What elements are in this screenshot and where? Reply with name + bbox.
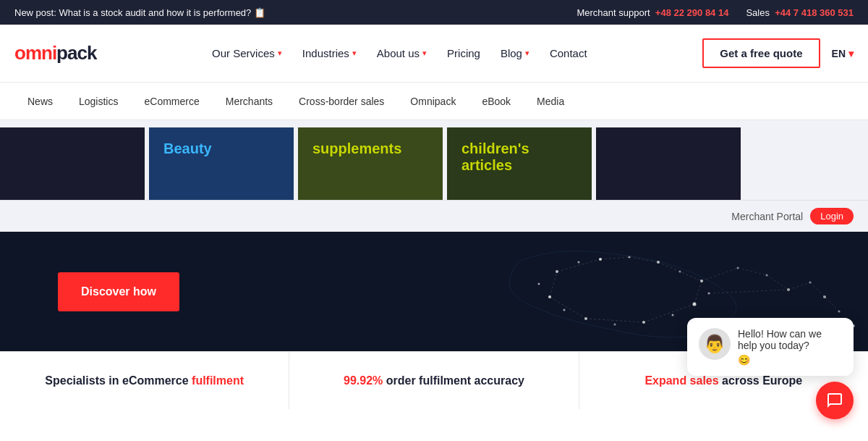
logo-omni: omni — [14, 42, 56, 64]
svg-line-36 — [702, 268, 738, 281]
nav-item-our-services[interactable]: Our Services ▾ — [212, 47, 282, 59]
stat-fulfilment: Specialists in eCommerce fulfilment — [0, 352, 289, 409]
nav-links: Our Services ▾ Industries ▾ About us ▾ P… — [212, 47, 587, 59]
merchant-support-label: Merchant support +48 22 290 84 14 — [576, 7, 728, 18]
svg-line-19 — [694, 281, 702, 304]
nav-right: Get a free quote EN ▾ — [702, 38, 854, 68]
main-nav: omnipack Our Services ▾ Industries ▾ Abo… — [0, 25, 868, 83]
category-card-0[interactable] — [0, 127, 145, 200]
nav-item-blog[interactable]: Blog ▾ — [501, 47, 529, 59]
merchant-portal-label: Merchant Portal — [731, 211, 803, 222]
svg-line-34 — [788, 282, 810, 290]
merchant-login-button[interactable]: Login — [810, 208, 854, 224]
svg-line-32 — [738, 268, 767, 275]
svg-point-11 — [614, 324, 616, 326]
merchant-phone[interactable]: +48 22 290 84 14 — [655, 7, 729, 18]
nav-item-contact[interactable]: Contact — [550, 47, 587, 59]
chat-avatar: 👨 — [699, 328, 731, 360]
logo[interactable]: omnipack — [14, 42, 96, 64]
dropdown-caret-icon: ▾ — [278, 49, 282, 58]
subnav-news[interactable]: News — [14, 83, 66, 120]
svg-line-23 — [550, 272, 557, 297]
lang-caret-icon: ▾ — [848, 48, 854, 59]
discover-how-button[interactable]: Discover how — [58, 272, 179, 311]
subnav-ecommerce[interactable]: eCommerce — [131, 83, 212, 120]
top-bar: New post: What is a stock audit and how … — [0, 0, 868, 25]
sales-phone[interactable]: +44 7 418 360 531 — [775, 7, 854, 18]
subnav-omnipack[interactable]: Omnipack — [397, 83, 469, 120]
chat-emoji: 😊 — [738, 354, 842, 366]
chat-icon — [826, 392, 843, 409]
nav-item-pricing[interactable]: Pricing — [447, 47, 480, 59]
chat-open-button[interactable] — [816, 382, 854, 409]
stat-accuracy: 99.92% order fulfilment accuracy — [289, 352, 579, 409]
subnav-cross-border-sales[interactable]: Cross-border sales — [286, 83, 397, 120]
chat-widget: 👨 Hello! How can we help you today? 😊 — [687, 318, 854, 409]
svg-point-13 — [563, 309, 566, 311]
nav-item-about-us[interactable]: About us ▾ — [377, 47, 427, 59]
chat-bubble: 👨 Hello! How can we help you today? 😊 — [687, 318, 854, 376]
dropdown-caret-icon: ▾ — [525, 49, 529, 58]
subnav-logistics[interactable]: Logistics — [66, 83, 131, 120]
svg-line-21 — [586, 319, 644, 322]
merchant-portal-bar: Merchant Portal Login — [0, 200, 868, 232]
sales-label: Sales +44 7 418 360 531 — [746, 7, 854, 18]
subnav-merchants[interactable]: Merchants — [213, 83, 286, 120]
dropdown-caret-icon: ▾ — [352, 49, 357, 58]
svg-point-15 — [538, 283, 540, 285]
get-quote-button[interactable]: Get a free quote — [702, 38, 820, 68]
category-cards: Beauty supplements children's articles — [0, 120, 868, 200]
svg-point-9 — [672, 314, 674, 316]
svg-line-16 — [600, 257, 629, 259]
nav-item-industries[interactable]: Industries ▾ — [302, 47, 357, 59]
logo-pack: pack — [56, 42, 96, 64]
category-card-beauty[interactable]: Beauty — [149, 127, 294, 200]
svg-line-18 — [658, 262, 702, 281]
category-card-supplements[interactable]: supplements — [298, 127, 443, 200]
svg-point-1 — [578, 261, 580, 264]
subnav-media[interactable]: Media — [524, 83, 577, 120]
contact-info: Merchant support +48 22 290 84 14 Sales … — [576, 7, 854, 18]
announcement: New post: What is a stock audit and how … — [14, 7, 265, 18]
chat-message: Hello! How can we help you today? — [738, 328, 842, 351]
svg-line-33 — [767, 275, 788, 290]
subnav-ebook[interactable]: eBook — [469, 83, 524, 120]
category-card-childrens[interactable]: children's articles — [447, 127, 592, 200]
language-selector[interactable]: EN ▾ — [832, 48, 854, 59]
dropdown-caret-icon: ▾ — [422, 49, 427, 58]
category-card-4[interactable] — [596, 127, 741, 200]
sub-nav: News Logistics eCommerce Merchants Cross… — [0, 83, 868, 120]
svg-line-37 — [709, 290, 788, 293]
